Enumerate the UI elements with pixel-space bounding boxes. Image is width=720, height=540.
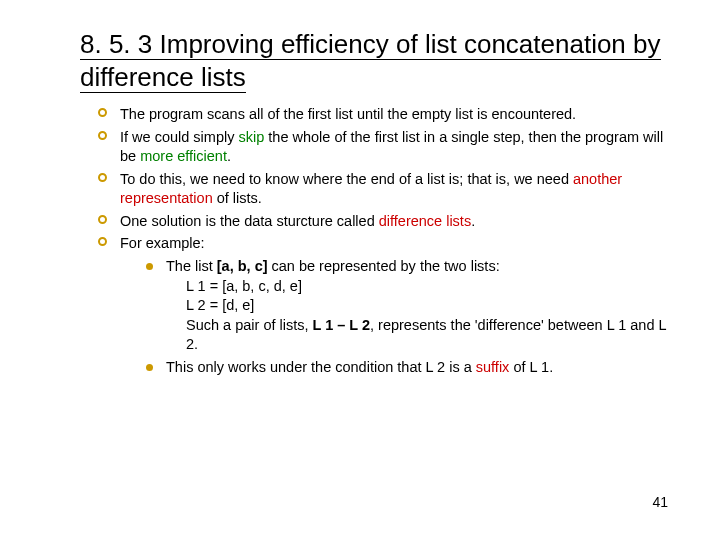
page-number: 41: [652, 494, 668, 510]
pair-line: Such a pair of lists, L 1 – L 2, represe…: [186, 316, 670, 355]
circle-bullet-icon: [98, 173, 107, 182]
bullet-3-text: To do this, we need to know where the en…: [120, 171, 622, 207]
circle-bullet-icon: [98, 131, 107, 140]
sub-bullet-2: This only works under the condition that…: [146, 358, 670, 378]
bullet-5: For example: The list [a, b, c] can be r…: [98, 234, 670, 377]
bullet-5-text: For example:: [120, 235, 205, 251]
sub-bullet-1: The list [a, b, c] can be represented by…: [146, 257, 670, 355]
bullet-4-text: One solution is the data sturcture calle…: [120, 213, 475, 229]
bullet-2: If we could simply skip the whole of the…: [98, 128, 670, 167]
circle-bullet-icon: [98, 215, 107, 224]
sub-bullet-2-text: This only works under the condition that…: [166, 359, 553, 375]
disc-bullet-icon: [146, 263, 153, 270]
sub-bullet-1-text: The list [a, b, c] can be represented by…: [166, 258, 500, 274]
slide-title: 8. 5. 3 Improving efficiency of list con…: [80, 28, 670, 93]
disc-bullet-icon: [146, 364, 153, 371]
bullet-3: To do this, we need to know where the en…: [98, 170, 670, 209]
l1-line: L 1 = [a, b, c, d, e]: [186, 277, 670, 297]
bullet-1-text: The program scans all of the first list …: [120, 106, 576, 122]
bullet-2-text: If we could simply skip the whole of the…: [120, 129, 663, 165]
circle-bullet-icon: [98, 237, 107, 246]
bullet-1: The program scans all of the first list …: [98, 105, 670, 125]
circle-bullet-icon: [98, 108, 107, 117]
bullet-4: One solution is the data sturcture calle…: [98, 212, 670, 232]
slide-body: The program scans all of the first list …: [80, 105, 670, 377]
sub-bullet-1-lines: L 1 = [a, b, c, d, e] L 2 = [d, e] Such …: [186, 277, 670, 355]
l2-line: L 2 = [d, e]: [186, 296, 670, 316]
